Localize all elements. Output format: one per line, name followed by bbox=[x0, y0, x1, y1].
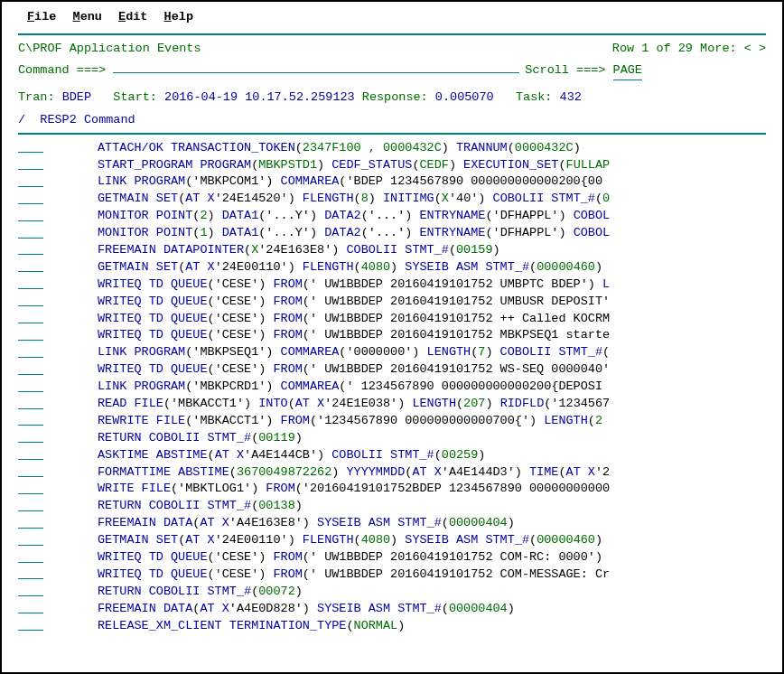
line-command-field[interactable] bbox=[18, 396, 43, 409]
event-row: REWRITE FILE('MBKACCT1') FROM('123456789… bbox=[18, 413, 766, 430]
menu-file[interactable]: File bbox=[27, 9, 56, 26]
line-command-field[interactable] bbox=[18, 225, 43, 239]
line-command-field[interactable] bbox=[18, 601, 43, 614]
event-text: FREEMAIN DATA(AT X'A4E163E8') SYSEIB ASM… bbox=[98, 515, 766, 532]
row-indicator: Row 1 of 29 More: < > bbox=[612, 41, 766, 58]
line-command-field[interactable] bbox=[18, 294, 43, 307]
event-text: FREEMAIN DATAPOINTER(X'24E163E8') COBOLI… bbox=[98, 242, 766, 259]
col-slash: / bbox=[18, 113, 25, 126]
line-command-field[interactable] bbox=[18, 157, 43, 171]
event-text: WRITEQ TD QUEUE('CESE') FROM(' UW1BBDEP … bbox=[98, 361, 766, 379]
event-text: MONITOR POINT(2) DATA1('...Y') DATA2('..… bbox=[98, 208, 766, 225]
line-command-field[interactable] bbox=[18, 584, 43, 597]
response-value: 0.005070 bbox=[435, 90, 494, 104]
event-text: GETMAIN SET(AT X'24E00110') FLENGTH(4080… bbox=[98, 259, 766, 276]
line-command-field[interactable] bbox=[18, 344, 43, 358]
line-command-field[interactable] bbox=[18, 276, 43, 290]
event-row: RETURN COBOLII STMT_#(00072) bbox=[18, 584, 766, 601]
line-command-field[interactable] bbox=[18, 140, 43, 154]
event-text: RETURN COBOLII STMT_#(00072) bbox=[98, 584, 766, 601]
command-label: Command ===> bbox=[18, 63, 106, 77]
event-text: READ FILE('MBKACCT1') INTO(AT X'24E1E038… bbox=[98, 396, 766, 413]
event-row: LINK PROGRAM('MBKPCOM1') COMMAREA('BDEP … bbox=[18, 173, 766, 191]
menu-help[interactable]: Help bbox=[164, 9, 193, 26]
event-row: ATTACH/OK TRANSACTION_TOKEN(2347F100 , 0… bbox=[18, 140, 766, 157]
event-list: ATTACH/OK TRANSACTION_TOKEN(2347F100 , 0… bbox=[18, 140, 766, 635]
event-text: LINK PROGRAM('MBKPCRD1') COMMAREA(' 1234… bbox=[98, 379, 766, 396]
event-row: WRITEQ TD QUEUE('CESE') FROM(' UW1BBDEP … bbox=[18, 327, 766, 344]
line-command-field[interactable] bbox=[18, 259, 43, 273]
column-headers: / RESP2 Command bbox=[18, 112, 766, 129]
event-text: WRITEQ TD QUEUE('CESE') FROM(' UW1BBDEP … bbox=[98, 327, 766, 344]
menu-edit[interactable]: Edit bbox=[118, 9, 147, 26]
response-label: Response: bbox=[362, 90, 428, 104]
event-row: RETURN COBOLII STMT_#(00138) bbox=[18, 498, 766, 515]
line-command-field[interactable] bbox=[18, 464, 43, 478]
event-row: FORMATTIME ABSTIME(3670049872262) YYYYMM… bbox=[18, 464, 766, 482]
event-row: MONITOR POINT(2) DATA1('...Y') DATA2('..… bbox=[18, 208, 766, 225]
event-row: RETURN COBOLII STMT_#(00119) bbox=[18, 430, 766, 447]
event-row: FREEMAIN DATAPOINTER(X'24E163E8') COBOLI… bbox=[18, 242, 766, 259]
line-command-field[interactable] bbox=[18, 311, 43, 324]
line-command-field[interactable] bbox=[18, 379, 43, 392]
event-row: WRITEQ TD QUEUE('CESE') FROM(' UW1BBDEP … bbox=[18, 361, 766, 379]
divider-top bbox=[18, 33, 766, 35]
line-command-field[interactable] bbox=[18, 173, 43, 187]
col-resp2: RESP2 bbox=[40, 113, 77, 126]
command-row: Command ===> Scroll ===> PAGE bbox=[18, 58, 766, 80]
event-row: FREEMAIN DATA(AT X'A4E0D828') SYSEIB ASM… bbox=[18, 601, 766, 618]
event-text: ATTACH/OK TRANSACTION_TOKEN(2347F100 , 0… bbox=[98, 140, 766, 157]
start-label: Start: bbox=[113, 90, 157, 104]
scroll-input[interactable]: PAGE bbox=[613, 62, 642, 80]
event-row: MONITOR POINT(1) DATA1('...Y') DATA2('..… bbox=[18, 225, 766, 242]
event-row: LINK PROGRAM('MBKPCRD1') COMMAREA(' 1234… bbox=[18, 379, 766, 396]
event-text: RETURN COBOLII STMT_#(00119) bbox=[98, 430, 766, 447]
event-text: FORMATTIME ABSTIME(3670049872262) YYYYMM… bbox=[98, 464, 766, 482]
line-command-field[interactable] bbox=[18, 618, 43, 632]
line-command-field[interactable] bbox=[18, 208, 43, 221]
menu-menu[interactable]: Menu bbox=[73, 9, 102, 26]
event-row: LINK PROGRAM('MBKPSEQ1') COMMAREA('00000… bbox=[18, 344, 766, 361]
event-row: WRITEQ TD QUEUE('CESE') FROM(' UW1BBDEP … bbox=[18, 566, 766, 584]
event-row: START_PROGRAM PROGRAM(MBKPSTD1) CEDF_STA… bbox=[18, 157, 766, 174]
line-command-field[interactable] bbox=[18, 498, 43, 511]
col-command: Command bbox=[84, 113, 135, 126]
transaction-header: Tran: BDEP Start: 2016-04-19 10.17.52.25… bbox=[18, 89, 766, 107]
line-command-field[interactable] bbox=[18, 481, 43, 494]
line-command-field[interactable] bbox=[18, 191, 43, 204]
line-command-field[interactable] bbox=[18, 566, 43, 580]
line-command-field[interactable] bbox=[18, 515, 43, 529]
event-text: RELEASE_XM_CLIENT TERMINATION_TYPE(NORMA… bbox=[98, 618, 766, 635]
event-text: WRITEQ TD QUEUE('CESE') FROM(' UW1BBDEP … bbox=[98, 549, 766, 566]
event-text: LINK PROGRAM('MBKPCOM1') COMMAREA('BDEP … bbox=[98, 173, 766, 191]
event-row: GETMAIN SET(AT X'24E00110') FLENGTH(4080… bbox=[18, 532, 766, 549]
start-value: 2016-04-19 10.17.52.259123 bbox=[164, 90, 355, 104]
line-command-field[interactable] bbox=[18, 327, 43, 341]
event-text: WRITE FILE('MBKTLOG1') FROM('20160419101… bbox=[98, 481, 766, 498]
scroll-label: Scroll ===> bbox=[525, 63, 605, 77]
event-row: GETMAIN SET(AT X'24E14520') FLENGTH(8) I… bbox=[18, 191, 766, 208]
tran-label: Tran: bbox=[18, 90, 55, 104]
event-text: FREEMAIN DATA(AT X'A4E0D828') SYSEIB ASM… bbox=[98, 601, 766, 618]
line-command-field[interactable] bbox=[18, 361, 43, 375]
event-row: WRITEQ TD QUEUE('CESE') FROM(' UW1BBDEP … bbox=[18, 294, 766, 311]
app-title: C\PROF Application Events bbox=[18, 42, 201, 55]
line-command-field[interactable] bbox=[18, 430, 43, 444]
event-text: LINK PROGRAM('MBKPSEQ1') COMMAREA('00000… bbox=[98, 344, 766, 361]
line-command-field[interactable] bbox=[18, 532, 43, 546]
menubar: File Menu Edit Help bbox=[18, 7, 766, 32]
event-row: WRITEQ TD QUEUE('CESE') FROM(' UW1BBDEP … bbox=[18, 311, 766, 328]
status-row: C\PROF Application EventsRow 1 of 29 Mor… bbox=[18, 41, 766, 58]
line-command-field[interactable] bbox=[18, 413, 43, 426]
event-text: WRITEQ TD QUEUE('CESE') FROM(' UW1BBDEP … bbox=[98, 311, 766, 328]
line-command-field[interactable] bbox=[18, 549, 43, 563]
event-text: RETURN COBOLII STMT_#(00138) bbox=[98, 498, 766, 515]
command-input[interactable] bbox=[113, 58, 519, 73]
event-row: ASKTIME ABSTIME(AT X'A4E144CB') COBOLII … bbox=[18, 447, 766, 464]
line-command-field[interactable] bbox=[18, 242, 43, 256]
tran-value: BDEP bbox=[62, 90, 91, 104]
event-row: RELEASE_XM_CLIENT TERMINATION_TYPE(NORMA… bbox=[18, 618, 766, 635]
event-row: WRITEQ TD QUEUE('CESE') FROM(' UW1BBDEP … bbox=[18, 276, 766, 294]
event-text: MONITOR POINT(1) DATA1('...Y') DATA2('..… bbox=[98, 225, 766, 242]
line-command-field[interactable] bbox=[18, 447, 43, 461]
